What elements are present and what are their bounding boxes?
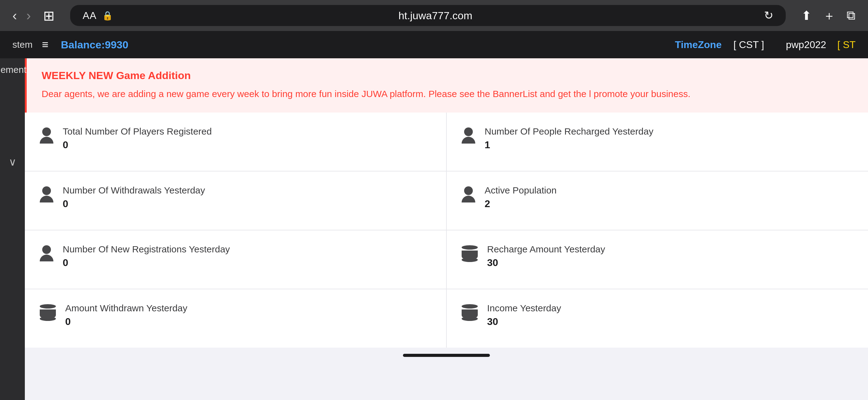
new-registrations-label: Number Of New Registrations Yesterday [63, 244, 230, 255]
total-players-value: 0 [63, 139, 212, 151]
withdrawals-yesterday-content: Number Of Withdrawals Yesterday 0 [63, 185, 205, 210]
tabs-icon[interactable]: ⧉ [846, 8, 856, 23]
sidebar-stem-label: stem [12, 39, 33, 50]
stat-card-people-recharged[interactable]: Number Of People Recharged Yesterday 1 [447, 112, 868, 171]
total-players-label: Total Number Of Players Registered [63, 126, 212, 137]
timezone-value: [ CST ] [733, 39, 764, 51]
lock-icon: 🔒 [102, 10, 113, 21]
withdrawals-yesterday-label: Number Of Withdrawals Yesterday [63, 185, 205, 196]
income-yesterday-content: Income Yesterday 30 [487, 303, 561, 328]
text-size-button[interactable]: AA [83, 10, 97, 22]
stat-card-amount-withdrawn[interactable]: Amount Withdrawn Yesterday 0 [25, 289, 446, 347]
sidebar-management-label: lement [0, 65, 26, 75]
active-population-content: Active Population 2 [485, 185, 557, 210]
home-indicator-area [25, 347, 868, 363]
stat-card-recharge-amount[interactable]: Recharge Amount Yesterday 30 [447, 230, 868, 289]
username-display: pwp2022 [786, 39, 826, 51]
browser-chrome: ‹ › ⊞ AA 🔒 ht.juwa777.com ↻ ⬆ ＋ ⧉ [0, 0, 868, 31]
amount-withdrawn-label: Amount Withdrawn Yesterday [65, 303, 187, 313]
stat-card-total-players[interactable]: Total Number Of Players Registered 0 [25, 112, 446, 171]
people-recharged-value: 1 [485, 139, 653, 151]
amount-withdrawn-value: 0 [65, 316, 187, 328]
browser-actions: ⬆ ＋ ⧉ [801, 7, 856, 24]
new-registrations-icon [40, 245, 53, 261]
withdrawals-yesterday-value: 0 [63, 198, 205, 210]
sidebar: lement ∨ [0, 58, 25, 400]
announcement-banner: WEEKLY NEW Game Addition Dear agents, we… [25, 58, 868, 112]
active-population-icon [462, 186, 475, 202]
hamburger-menu[interactable]: ≡ [42, 38, 49, 51]
new-registrations-value: 0 [63, 257, 230, 269]
recharge-amount-icon [462, 245, 478, 262]
main-layout: lement ∨ WEEKLY NEW Game Addition Dear a… [0, 58, 868, 400]
recharge-amount-content: Recharge Amount Yesterday 30 [487, 244, 605, 269]
announcement-title: WEEKLY NEW Game Addition [41, 69, 853, 81]
url-text: ht.juwa777.com [119, 10, 752, 22]
total-players-icon [40, 128, 53, 143]
people-recharged-icon [462, 128, 475, 143]
bookmarks-icon[interactable]: ⊞ [43, 8, 55, 24]
people-recharged-label: Number Of People Recharged Yesterday [485, 126, 653, 137]
new-tab-icon[interactable]: ＋ [823, 7, 835, 24]
address-bar[interactable]: AA 🔒 ht.juwa777.com ↻ [70, 5, 786, 26]
status-badge: [ ST [837, 39, 856, 51]
stat-card-active-population[interactable]: Active Population 2 [447, 171, 868, 230]
share-icon[interactable]: ⬆ [801, 8, 812, 23]
amount-withdrawn-icon [40, 304, 56, 321]
people-recharged-content: Number Of People Recharged Yesterday 1 [485, 126, 653, 151]
total-players-content: Total Number Of Players Registered 0 [63, 126, 212, 151]
home-indicator-bar [403, 354, 490, 357]
balance-display: Balance:9930 [61, 39, 128, 51]
active-population-label: Active Population [485, 185, 557, 196]
withdrawals-yesterday-icon [40, 186, 53, 202]
new-registrations-content: Number Of New Registrations Yesterday 0 [63, 244, 230, 269]
stat-card-new-registrations[interactable]: Number Of New Registrations Yesterday 0 [25, 230, 446, 289]
back-button[interactable]: ‹ [12, 9, 17, 22]
recharge-amount-label: Recharge Amount Yesterday [487, 244, 605, 255]
amount-withdrawn-content: Amount Withdrawn Yesterday 0 [65, 303, 187, 328]
active-population-value: 2 [485, 198, 557, 210]
recharge-amount-value: 30 [487, 257, 605, 269]
stats-grid: Total Number Of Players Registered 0 Num… [25, 112, 868, 347]
refresh-button[interactable]: ↻ [764, 9, 773, 22]
forward-button[interactable]: › [26, 9, 31, 22]
income-yesterday-label: Income Yesterday [487, 303, 561, 313]
stat-card-withdrawals-yesterday[interactable]: Number Of Withdrawals Yesterday 0 [25, 171, 446, 230]
content-area: WEEKLY NEW Game Addition Dear agents, we… [25, 58, 868, 400]
income-yesterday-value: 30 [487, 316, 561, 328]
sidebar-chevron-icon[interactable]: ∨ [9, 156, 17, 168]
income-yesterday-icon [462, 304, 478, 321]
app-header: stem ≡ Balance:9930 TimeZone [ CST ] pwp… [0, 31, 868, 58]
announcement-body: Dear agents, we are adding a new game ev… [41, 87, 853, 101]
stat-card-income-yesterday[interactable]: Income Yesterday 30 [447, 289, 868, 347]
timezone-label: TimeZone [675, 39, 722, 51]
